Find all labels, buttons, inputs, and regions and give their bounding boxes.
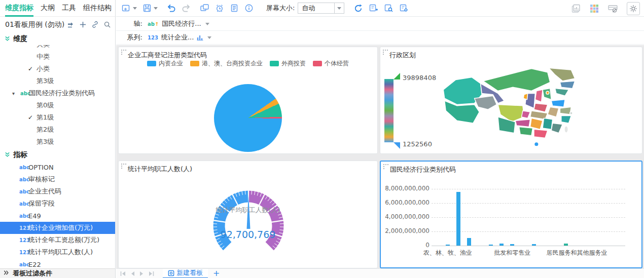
gauge-panel[interactable]: 统计平均职工人数(人) 统计平均职工人数(人) 92,700,769	[118, 161, 378, 268]
tab-outline[interactable]: 大纲	[41, 0, 55, 17]
screen-size-select[interactable]: 自动	[298, 3, 344, 14]
map-region[interactable]	[570, 112, 573, 114]
map-region[interactable]	[534, 103, 548, 112]
settings-gear-icon[interactable]	[627, 2, 640, 15]
bar-chart-panel[interactable]: 国民经济行业类别代码 8,000,000,0006,000,000,0004,0…	[380, 161, 642, 268]
map-region[interactable]	[519, 127, 533, 135]
measure-item[interactable]: abcOPTION	[0, 161, 115, 173]
map-panel[interactable]: 行政区划 39898408 1252560	[380, 47, 642, 154]
gauge-chart[interactable]	[203, 179, 294, 268]
map-region[interactable]	[523, 93, 528, 99]
map-region[interactable]	[543, 118, 553, 129]
legend-item[interactable]: 个体经营	[313, 59, 349, 68]
bar[interactable]	[499, 244, 504, 246]
bar[interactable]	[564, 244, 568, 246]
pie-chart[interactable]	[214, 84, 282, 152]
chart-gallery-icon[interactable]	[571, 4, 581, 14]
search-icon[interactable]	[103, 21, 111, 28]
map-region[interactable]	[551, 100, 565, 107]
dimension-tree-item[interactable]: ✓小类	[0, 63, 115, 75]
map-region[interactable]	[534, 129, 548, 138]
map-region[interactable]	[548, 107, 559, 117]
pie-chart-panel[interactable]: 企业工商登记注册类型代码 内资企业港、澳、台商投资企业外商投资个体经营	[118, 47, 378, 154]
last-sheet-icon[interactable]	[148, 271, 155, 276]
map-region[interactable]	[521, 111, 530, 118]
link-icon[interactable]	[91, 21, 99, 28]
field-caret-icon[interactable]	[205, 23, 209, 25]
map-region[interactable]	[534, 142, 539, 146]
measure-item[interactable]: abc企业主代码	[0, 185, 115, 197]
dropdown-caret-icon[interactable]	[133, 7, 137, 10]
map-region[interactable]	[483, 68, 550, 91]
bar[interactable]	[446, 245, 450, 246]
select-caret-icon[interactable]	[334, 3, 344, 13]
plus-icon[interactable]	[79, 21, 87, 28]
next-sheet-icon[interactable]	[139, 271, 145, 276]
board-filter-bar[interactable]: 看板过滤条件	[0, 268, 115, 278]
sheet-tab-new-board[interactable]: 新建看板	[163, 269, 208, 278]
panel-drag-icon[interactable]	[383, 50, 387, 54]
bar[interactable]	[456, 192, 460, 246]
panel-drag-icon[interactable]	[121, 164, 126, 168]
measure-item[interactable]: abc审核标记	[0, 173, 115, 185]
dimension-tree-item[interactable]: ✓第1级	[0, 111, 115, 124]
doc-settings-icon[interactable]	[399, 4, 409, 13]
field-caret-icon[interactable]	[207, 36, 211, 39]
measure-item[interactable]: 123统计全年工资总额(万元)	[0, 234, 115, 246]
dimension-tree-item[interactable]: 第2级	[0, 124, 115, 136]
legend-item[interactable]: 港、澳、台商投资企业	[190, 59, 263, 68]
mini-bar-chart-icon[interactable]	[197, 34, 203, 41]
bar[interactable]	[532, 244, 536, 246]
new-dashboard-icon[interactable]	[121, 4, 137, 13]
share-icon[interactable]	[66, 21, 75, 29]
measure-item[interactable]: abc保留字段	[0, 197, 115, 210]
measures-section-header[interactable]: 指标	[0, 148, 115, 161]
preview-icon[interactable]	[200, 4, 209, 13]
map-region[interactable]	[546, 91, 549, 94]
measure-item[interactable]: abcE49	[0, 210, 115, 222]
map-region[interactable]	[549, 68, 575, 81]
doc-search-icon[interactable]	[384, 4, 393, 13]
china-map[interactable]	[433, 67, 585, 150]
theme-grid-icon[interactable]	[589, 4, 599, 14]
bar[interactable]	[510, 244, 514, 246]
map-region[interactable]	[551, 123, 562, 133]
dimension-tree-item[interactable]: 第3级	[0, 75, 115, 87]
map-region[interactable]	[515, 120, 530, 127]
dimension-tree-item[interactable]: 中类	[0, 51, 115, 63]
measure-item[interactable]: 123统计平均职工人数(人)	[0, 246, 115, 258]
refresh-icon[interactable]	[353, 4, 363, 13]
bar-chart-plot[interactable]: 8,000,000,0006,000,000,0004,000,000,0002…	[381, 162, 641, 267]
tab-component-structure[interactable]: 组件结构	[83, 0, 112, 17]
measure-item[interactable]: 123统计企业增加值(万元)	[0, 222, 115, 234]
tab-tools[interactable]: 工具	[62, 0, 76, 17]
map-region[interactable]	[560, 81, 575, 89]
axis-field-pill[interactable]: ab↑ 国民经济行...	[148, 19, 209, 28]
dimensions-section-header[interactable]: 维度	[0, 32, 115, 45]
notes-icon[interactable]	[230, 4, 239, 13]
map-region[interactable]	[530, 118, 543, 129]
doc-add-icon[interactable]	[369, 4, 378, 13]
series-field-pill[interactable]: 123 统计企业...	[148, 33, 211, 42]
legend-item[interactable]: 外商投资	[270, 59, 306, 68]
bar[interactable]	[489, 245, 493, 246]
bar[interactable]	[467, 238, 471, 246]
info-icon[interactable]	[244, 4, 254, 13]
map-region[interactable]	[555, 89, 569, 96]
dropdown-caret-icon[interactable]	[154, 7, 158, 10]
panel-drag-icon[interactable]	[121, 50, 126, 54]
map-region[interactable]	[474, 96, 496, 109]
dimension-tree-item[interactable]: ▾abc国民经济行业类别代码	[0, 87, 115, 99]
expand-arrow-icon[interactable]: ▾	[12, 91, 15, 96]
prev-sheet-icon[interactable]	[130, 271, 135, 276]
dimension-tree-item[interactable]: 第3级	[0, 136, 115, 148]
measure-item[interactable]: abcE22	[0, 258, 115, 268]
undo-icon[interactable]	[166, 4, 176, 13]
dimension-tree-item[interactable]: 第0级	[0, 99, 115, 111]
dimension-tree-item[interactable]: 大类	[0, 45, 115, 51]
redo-icon[interactable]	[182, 4, 191, 13]
tab-dimension-indicator[interactable]: 维度指标	[5, 0, 33, 17]
map-region[interactable]	[564, 126, 568, 133]
alarm-icon[interactable]	[215, 4, 224, 13]
add-sheet-button[interactable]: +	[213, 269, 220, 277]
